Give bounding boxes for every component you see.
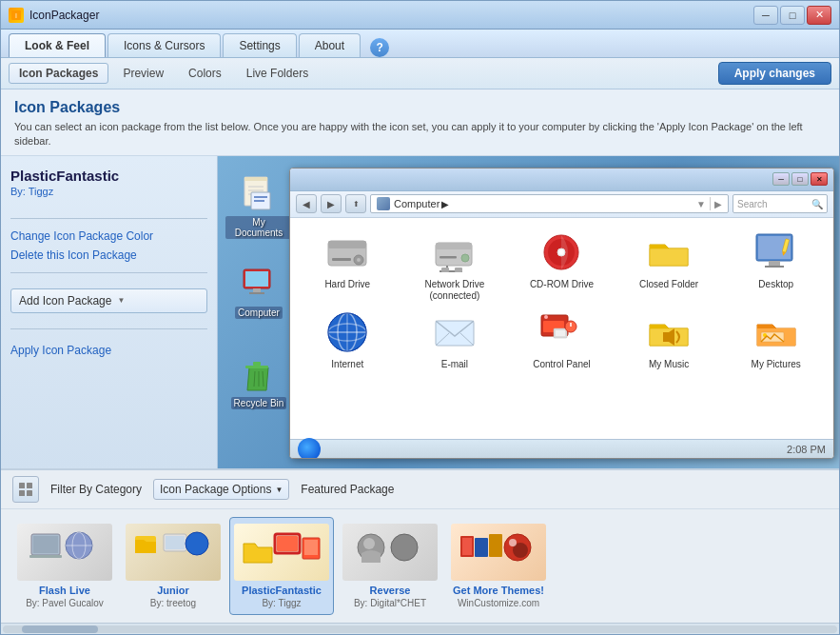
icon-closed-folder[interactable]: Closed Folder [619, 229, 719, 302]
search-box: Search 🔍 [733, 194, 828, 213]
explorer-minimize-btn[interactable]: ─ [772, 172, 790, 186]
icon-control-panel[interactable]: Control Panel [512, 309, 612, 370]
svg-rect-83 [489, 534, 502, 557]
svg-rect-27 [440, 256, 457, 259]
address-bar[interactable]: Computer ▶ ▼ ▶ [370, 194, 729, 213]
scroll-thumb[interactable] [22, 625, 98, 633]
close-button[interactable]: ✕ [807, 6, 831, 25]
up-button[interactable]: ⬆ [345, 194, 366, 213]
pkg-author-junior: By: treetog [150, 598, 196, 608]
pkg-preview-reverse [342, 524, 438, 581]
svg-rect-29 [455, 268, 462, 272]
svg-rect-60 [27, 483, 32, 488]
sidebar: PlasticFantastic By: Tiggz Change Icon P… [1, 156, 218, 468]
pkg-name-flash-live: Flash Live [39, 585, 90, 596]
subtab-preview[interactable]: Preview [112, 63, 174, 84]
filter-category-label[interactable]: Filter By Category [50, 483, 142, 496]
page-header: Icon Packages You can select an icon pac… [1, 89, 839, 156]
packages-toolbar: Filter By Category Icon Package Options … [1, 470, 839, 509]
icon-network-drive-label: Network Drive (connected) [424, 279, 484, 302]
svg-rect-64 [33, 536, 58, 553]
scroll-track [3, 625, 837, 633]
package-item-get-more[interactable]: Get More Themes! WinCustomize.com [446, 517, 551, 615]
icon-internet[interactable]: Internet [298, 309, 398, 370]
package-options-button[interactable]: Icon Package Options ▼ [153, 479, 289, 500]
explorer-toolbar: ◀ ▶ ⬆ Computer ▶ ▼ ▶ [290, 191, 833, 218]
svg-rect-3 [244, 177, 267, 181]
search-icon[interactable]: 🔍 [811, 199, 823, 209]
selected-package-author: By: Tiggz [10, 186, 207, 197]
apply-package-link[interactable]: Apply Icon Package [10, 341, 207, 360]
icon-hard-drive[interactable]: Hard Drive [298, 229, 398, 302]
add-package-button[interactable]: Add Icon Package ▼ [10, 288, 207, 313]
divider-3 [10, 328, 207, 329]
svg-point-22 [357, 258, 361, 262]
package-item-plastic-fantastic[interactable]: PlasticFantastic By: Tiggz [229, 517, 334, 615]
explorer-maximize-btn[interactable]: □ [791, 172, 809, 186]
icon-desktop[interactable]: Desktop [726, 229, 826, 302]
explorer-close-btn[interactable]: ✕ [811, 172, 828, 186]
icon-control-panel-label: Control Panel [533, 359, 591, 370]
pkg-preview-get-more [451, 524, 546, 581]
pkg-options-label: Icon Package Options [160, 483, 271, 496]
desktop-preview: My Documents Computer [218, 156, 839, 468]
svg-rect-82 [475, 538, 488, 557]
pkg-name-get-more: Get More Themes! [453, 585, 544, 596]
divider-1 [10, 218, 207, 219]
icon-hard-drive-label: Hard Drive [324, 279, 370, 290]
svg-point-26 [461, 254, 469, 262]
desktop-icon-label: My Documents [225, 216, 292, 239]
icon-closed-folder-label: Closed Folder [639, 279, 698, 290]
desktop-icon-recycle-bin: Recycle Bin [225, 356, 292, 409]
address-dropdown[interactable]: ▼ [696, 199, 706, 209]
svg-rect-20 [328, 241, 366, 248]
view-grid-button[interactable] [12, 476, 39, 503]
svg-rect-59 [19, 483, 25, 488]
bottom-scrollbar[interactable] [1, 623, 839, 634]
icon-email[interactable]: E-mail [405, 309, 505, 370]
desktop-icon-my-documents: My Documents [225, 175, 292, 239]
package-item-junior[interactable]: Junior By: treetog [121, 517, 225, 615]
tab-about[interactable]: About [299, 33, 361, 57]
svg-rect-11 [245, 271, 268, 287]
title-controls: ─ □ ✕ [753, 6, 831, 25]
delete-package-link[interactable]: Delete this Icon Package [10, 246, 207, 265]
dropdown-arrow-icon: ▼ [117, 296, 125, 305]
maximize-button[interactable]: □ [780, 6, 805, 25]
tab-settings[interactable]: Settings [223, 33, 296, 57]
icon-my-pictures[interactable]: My Pictures [726, 309, 826, 370]
forward-button[interactable]: ▶ [321, 194, 342, 213]
help-button[interactable]: ? [370, 38, 389, 57]
windows-start-orb[interactable] [298, 438, 321, 460]
back-button[interactable]: ◀ [296, 194, 317, 213]
title-bar-left: I IconPackager [9, 8, 99, 23]
address-go[interactable]: ▶ [714, 199, 722, 209]
icon-my-music[interactable]: My Music [619, 309, 719, 370]
explorer-status-bar: 2:08 PM [290, 439, 833, 458]
package-item-reverse[interactable]: Reverse By: Digital*CHET [338, 517, 442, 615]
subtab-colors[interactable]: Colors [178, 63, 232, 84]
icons-grid: Hard Drive [290, 218, 833, 439]
pkg-author-plastic-fantastic: By: Tiggz [262, 598, 301, 608]
svg-rect-14 [245, 366, 268, 368]
icon-desktop-label: Desktop [758, 279, 793, 290]
svg-rect-61 [19, 490, 25, 496]
page-title: Icon Packages [14, 99, 826, 116]
tab-icons-cursors[interactable]: Icons & Cursors [107, 33, 221, 57]
computer-icon-sm [377, 197, 390, 210]
icon-cdrom[interactable]: CD-ROM Drive [512, 229, 612, 302]
svg-point-86 [509, 539, 517, 546]
subtab-icon-packages[interactable]: Icon Packages [9, 63, 108, 84]
pkg-preview-plastic-fantastic [234, 524, 329, 581]
icon-network-drive[interactable]: Network Drive (connected) [405, 229, 505, 302]
package-item-flash-live[interactable]: Flash Live By: Pavel Gucalov [12, 517, 117, 615]
change-color-link[interactable]: Change Icon Package Color [10, 227, 207, 246]
desktop-icon-label: Computer [235, 307, 283, 319]
tab-look-feel[interactable]: Look & Feel [9, 33, 106, 57]
featured-package-label: Featured Package [301, 483, 394, 496]
subtab-live-folders[interactable]: Live Folders [236, 63, 319, 84]
address-text: Computer [394, 198, 440, 209]
minimize-button[interactable]: ─ [753, 6, 778, 25]
apply-changes-button[interactable]: Apply changes [718, 62, 831, 85]
explorer-title-controls: ─ □ ✕ [772, 172, 828, 186]
